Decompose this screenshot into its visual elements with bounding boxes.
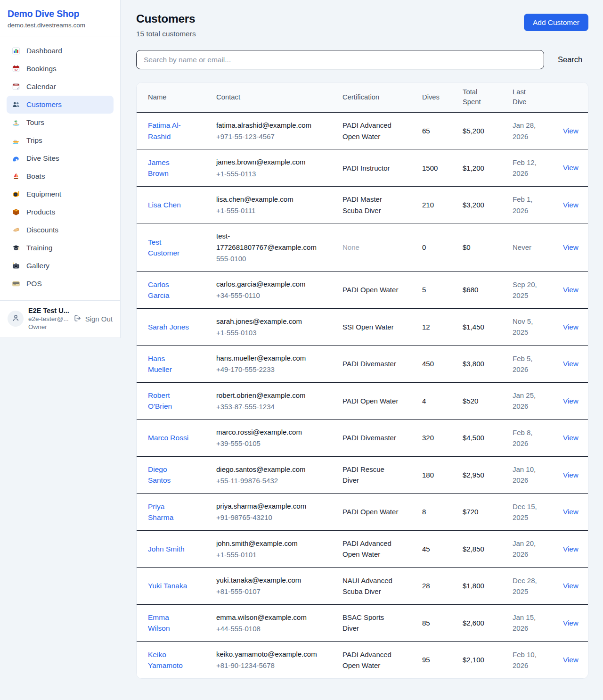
customer-name-link[interactable]: Diego Santos [148,464,190,486]
customer-certification: None [342,242,422,253]
customer-phone: +81-90-1234-5678 [216,660,318,671]
customer-email: fatima.alrashid@example.com [216,120,318,131]
column-header-dives: Dives [422,92,463,102]
sidebar-item-boats[interactable]: Boats [7,167,114,185]
view-link[interactable]: View [563,360,579,368]
customer-name-link[interactable]: James Brown [148,157,190,179]
view-link[interactable]: View [563,508,579,516]
sidebar: Demo Dive Shop demo.test.divestreams.com… [0,0,121,338]
brand[interactable]: Demo Dive Shop demo.test.divestreams.com [0,0,120,36]
customer-phone: +1-555-0111 [216,205,318,216]
customer-total-spent: $2,950 [463,469,513,480]
customer-email: robert.obrien@example.com [216,390,318,401]
sidebar-item-trips[interactable]: Trips [7,132,114,149]
add-customer-button[interactable]: Add Customer [524,14,588,31]
sidebar-item-label: Products [26,208,55,216]
customer-email: lisa.chen@example.com [216,194,318,205]
customer-name-link[interactable]: Test Customer [148,237,190,259]
table-row: Priya Sharma priya.sharma@example.com +9… [137,494,588,531]
page-header: Customers 15 total customers Add Custome… [136,12,588,38]
customer-email: marco.rossi@example.com [216,427,318,437]
column-header-total-spent: Total Spent [463,87,513,107]
sidebar-item-pos[interactable]: POS [7,275,114,293]
sidebar-item-label: Boats [26,172,45,181]
view-link[interactable]: View [563,471,579,479]
customer-name-link[interactable]: Marco Rossi [148,432,188,443]
table-row: Sarah Jones sarah.jones@example.com +1-5… [137,309,588,346]
customer-dives: 1500 [422,163,463,173]
customer-email: james.brown@example.com [216,156,318,167]
table-row: Robert O'Brien robert.obrien@example.com… [137,383,588,420]
customer-certification: PADI Divemaster [342,432,422,443]
view-link[interactable]: View [563,582,579,590]
customer-dives: 28 [422,580,463,591]
table-row: Carlos Garcia carlos.garcia@example.com … [137,272,588,309]
view-link[interactable]: View [563,286,579,294]
customer-name-link[interactable]: Hans Mueller [148,353,190,375]
customer-name-link[interactable]: Fatima Al-Rashid [148,120,190,142]
credit-card-icon [12,280,20,288]
view-link[interactable]: View [563,164,579,172]
customer-name-link[interactable]: Sarah Jones [148,321,189,332]
view-link[interactable]: View [563,619,579,627]
sailboat-icon [12,172,20,181]
customer-phone: +39-555-0105 [216,438,318,449]
view-link[interactable]: View [563,243,579,251]
sidebar-item-products[interactable]: Products [7,203,114,221]
sidebar-item-training[interactable]: Training [7,239,114,257]
sidebar-item-label: Dashboard [26,47,62,55]
sidebar-item-gallery[interactable]: Gallery [7,257,114,275]
table-row: Yuki Tanaka yuki.tanaka@example.com +81-… [137,568,588,605]
view-link[interactable]: View [563,323,579,331]
sidebar-item-tours[interactable]: Tours [7,114,114,132]
view-link[interactable]: View [563,397,579,405]
customer-phone: +44-555-0108 [216,623,318,634]
sidebar-item-discounts[interactable]: Discounts [7,221,114,239]
customer-phone: +353-87-555-1234 [216,401,318,412]
customer-name-link[interactable]: Emma Wilson [148,612,190,634]
customer-name-link[interactable]: Priya Sharma [148,501,190,523]
sidebar-item-equipment[interactable]: Equipment [7,185,114,203]
table-row: Lisa Chen lisa.chen@example.com +1-555-0… [137,187,588,224]
sidebar-item-calendar[interactable]: Calendar [7,78,114,96]
customer-certification: PADI Open Water [342,395,422,406]
customer-last-dive: Dec 28, 2025 [513,575,563,597]
customer-certification: SSI Open Water [342,321,422,332]
view-link[interactable]: View [563,127,579,135]
customer-dives: 180 [422,469,463,480]
customer-total-spent: $520 [463,395,513,406]
sign-out-button[interactable]: Sign Out [73,314,113,324]
sidebar-item-bookings[interactable]: 17 Bookings [7,60,114,78]
person-icon [11,313,20,324]
customer-last-dive: Feb 12, 2026 [513,157,563,179]
customer-dives: 4 [422,395,463,406]
customer-name-link[interactable]: John Smith [148,544,185,554]
customer-name-link[interactable]: Keiko Yamamoto [148,649,190,671]
customer-dives: 45 [422,544,463,554]
label-tag-icon [12,226,20,234]
search-button[interactable]: Search [554,52,586,67]
sidebar-item-customers[interactable]: Customers [7,96,114,114]
customer-name-link[interactable]: Lisa Chen [148,199,181,210]
customer-certification: PADI Master Scuba Diver [342,194,422,216]
customer-name-link[interactable]: Carlos Garcia [148,279,190,301]
search-input[interactable] [136,50,544,69]
customer-email: test-1772681807767@example.com [216,231,318,253]
page-title: Customers [136,12,196,25]
view-link[interactable]: View [563,434,579,442]
view-link[interactable]: View [563,656,579,664]
sidebar-item-label: Bookings [26,65,57,73]
sidebar-item-dive-sites[interactable]: Dive Sites [7,149,114,167]
package-icon [12,208,20,216]
sidebar-item-label: Discounts [26,226,58,234]
sidebar-item-label: Gallery [26,262,49,270]
view-link[interactable]: View [563,201,579,209]
graduation-cap-icon [12,244,20,252]
customer-name-link[interactable]: Robert O'Brien [148,390,190,412]
table-row: Emma Wilson emma.wilson@example.com +44-… [137,605,588,642]
customer-email: keiko.yamamoto@example.com [216,649,318,659]
view-link[interactable]: View [563,545,579,553]
sidebar-item-dashboard[interactable]: Dashboard [7,42,114,60]
sidebar-item-label: POS [26,280,42,288]
customer-name-link[interactable]: Yuki Tanaka [148,580,187,591]
